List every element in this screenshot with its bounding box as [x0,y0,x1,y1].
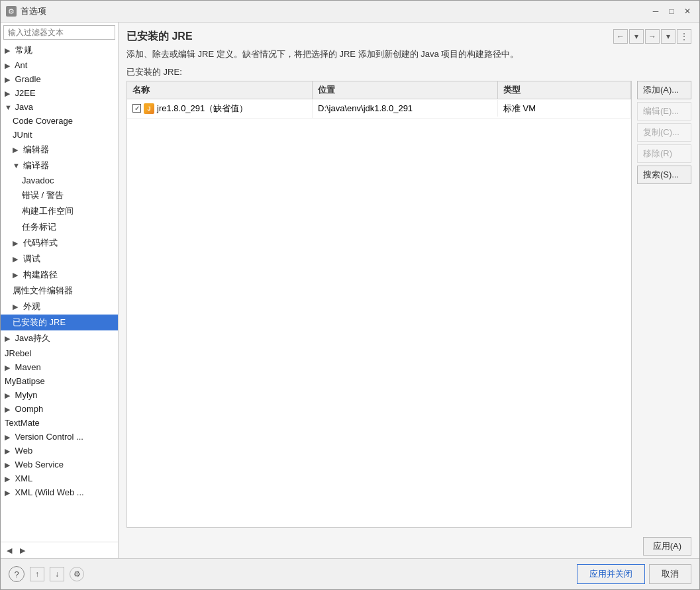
expand-icon: ▼ [13,162,21,170]
expand-icon: ▶ [5,75,13,84]
sidebar-item-Java持久[interactable]: ▶ Java持久 [1,330,118,346]
sidebar-item-Ant[interactable]: ▶ Ant [1,58,118,72]
panel-description: 添加、除去或编辑 JRE 定义。缺省情况下，将把选择的 JRE 添加到新创建的 … [126,48,691,61]
row-name-cell: J jre1.8.0_291（缺省值） [127,99,313,118]
nav-back-button[interactable]: ◀ [3,544,15,556]
app-icon: ⚙ [6,6,17,17]
sidebar-item-任务标记[interactable]: 任务标记 [1,219,118,235]
sidebar-item-VersionControl[interactable]: ▶ Version Control ... [1,430,118,444]
expand-icon: ▶ [5,489,13,497]
panel-header: 已安装的 JRE ← ▾ → ▾ ⋮ [126,29,691,44]
minimize-button[interactable]: ─ [649,5,662,18]
expand-icon: ▶ [13,303,21,311]
expand-icon: ▶ [5,334,13,343]
title-bar-left: ⚙ 首选项 [6,5,46,17]
sidebar-item-Mylyn[interactable]: ▶ Mylyn [1,388,118,402]
add-button[interactable]: 添加(A)... [637,81,691,99]
expand-icon: ▶ [13,239,21,248]
sidebar-item-TextMate[interactable]: TextMate [1,416,118,430]
sidebar-item-构建工作空间[interactable]: 构建工作空间 [1,203,118,219]
export-button[interactable]: ↑ [30,567,44,581]
sidebar-item-Java[interactable]: ▼ Java [1,100,118,114]
sidebar-item-XMLWildWeb[interactable]: ▶ XML (Wild Web ... [1,485,118,499]
sidebar-item-J2EE[interactable]: ▶ J2EE [1,86,118,100]
sidebar-item-Oomph[interactable]: ▶ Oomph [1,402,118,416]
maximize-button[interactable]: □ [665,5,678,18]
sidebar-nav: ◀ ▶ [1,542,118,558]
right-panel: 已安装的 JRE ← ▾ → ▾ ⋮ 添加、除去或编辑 JRE 定义。缺省情况下… [119,23,699,558]
sidebar-item-Maven[interactable]: ▶ Maven [1,360,118,374]
sidebar-item-调试[interactable]: ▶ 调试 [1,251,118,267]
table-row[interactable]: J jre1.8.0_291（缺省值） D:\java\env\jdk1.8.0… [127,99,631,119]
sidebar: ▶ 常规 ▶ Ant ▶ Gradle ▶ J2EE ▼ Java C [1,23,119,558]
expand-icon: ▶ [13,146,21,154]
row-location-cell: D:\java\env\jdk1.8.0_291 [313,100,498,117]
table-and-buttons: 名称 位置 类型 J jre1.8.0_291（缺省值） D:\java\env… [126,81,691,528]
expand-icon: ▶ [5,62,13,70]
sidebar-item-属性文件编辑器[interactable]: 属性文件编辑器 [1,283,118,299]
action-buttons: 添加(A)... 编辑(E)... 复制(C)... 移除(R) 搜索(S)..… [632,81,691,528]
row-type-cell: 标准 VM [498,99,631,118]
back-toolbar-button[interactable]: ← [613,29,628,44]
sidebar-tree: ▶ 常规 ▶ Ant ▶ Gradle ▶ J2EE ▼ Java C [1,42,118,542]
col-header-type: 类型 [498,81,631,99]
sidebar-item-XML[interactable]: ▶ XML [1,471,118,485]
copy-button[interactable]: 复制(C)... [637,123,691,142]
expand-icon: ▶ [5,447,13,456]
sidebar-item-编辑器[interactable]: ▶ 编辑器 [1,142,118,158]
table-body: J jre1.8.0_291（缺省值） D:\java\env\jdk1.8.0… [127,99,631,528]
jre-name: jre1.8.0_291（缺省值） [157,103,248,115]
expand-icon: ▼ [5,103,13,111]
help-button[interactable]: ? [9,566,25,582]
bottom-bar: ? ↑ ↓ ⚙ 应用并关闭 取消 [1,558,699,589]
sidebar-item-错误警告[interactable]: 错误 / 警告 [1,187,118,203]
dropdown2-toolbar-button[interactable]: ▾ [661,29,675,44]
dropdown-toolbar-button[interactable]: ▾ [629,29,644,44]
sidebar-item-外观[interactable]: ▶ 外观 [1,299,118,315]
edit-button[interactable]: 编辑(E)... [637,102,691,121]
panel-toolbar: ← ▾ → ▾ ⋮ [613,29,691,44]
window-title: 首选项 [21,5,46,17]
sidebar-item-Web[interactable]: ▶ Web [1,444,118,458]
sidebar-item-已安装的JRE[interactable]: 已安装的 JRE [1,315,118,330]
sidebar-item-WebService[interactable]: ▶ Web Service [1,458,118,471]
settings-button[interactable]: ⚙ [70,567,84,581]
sidebar-item-CodeCoverage[interactable]: Code Coverage [1,114,118,128]
table-header: 名称 位置 类型 [127,81,631,99]
preferences-window: ⚙ 首选项 ─ □ ✕ ▶ 常规 ▶ Ant [0,0,700,590]
col-header-name: 名称 [127,81,313,99]
expand-icon: ▶ [5,461,13,469]
sidebar-item-常规[interactable]: ▶ 常规 [1,42,118,58]
sidebar-item-Javadoc[interactable]: Javadoc [1,173,118,187]
panel-apply-button[interactable]: 应用(A) [643,537,691,556]
import-button[interactable]: ↓ [50,567,64,581]
col-header-location: 位置 [313,81,498,99]
sidebar-item-JUnit[interactable]: JUnit [1,128,118,142]
menu-toolbar-button[interactable]: ⋮ [677,29,691,44]
panel-apply-row: 应用(A) [126,533,691,558]
expand-icon: ▶ [5,405,13,414]
sidebar-item-MyBatipse[interactable]: MyBatipse [1,374,118,388]
window-controls: ─ □ ✕ [649,5,694,18]
close-button[interactable]: ✕ [681,5,694,18]
expand-icon: ▶ [5,89,13,98]
search-button[interactable]: 搜索(S)... [637,166,691,184]
sidebar-item-JRebel[interactable]: JRebel [1,346,118,360]
sidebar-item-代码样式[interactable]: ▶ 代码样式 [1,235,118,251]
installed-label: 已安装的 JRE: [126,66,691,78]
cancel-button[interactable]: 取消 [649,564,691,584]
sidebar-item-Gradle[interactable]: ▶ Gradle [1,72,118,86]
forward-toolbar-button[interactable]: → [645,29,660,44]
expand-icon: ▶ [5,46,13,55]
apply-close-button[interactable]: 应用并关闭 [577,564,645,584]
jre-checkbox[interactable] [132,104,141,113]
expand-icon: ▶ [5,475,13,483]
nav-forward-button[interactable]: ▶ [17,544,28,556]
jre-table: 名称 位置 类型 J jre1.8.0_291（缺省值） D:\java\env… [126,81,632,528]
filter-input[interactable] [3,25,115,40]
expand-icon: ▶ [13,271,21,279]
gear-icon: ⚙ [8,7,15,16]
sidebar-item-构建路径[interactable]: ▶ 构建路径 [1,267,118,283]
sidebar-item-编译器[interactable]: ▼ 编译器 [1,158,118,173]
remove-button[interactable]: 移除(R) [637,144,691,163]
